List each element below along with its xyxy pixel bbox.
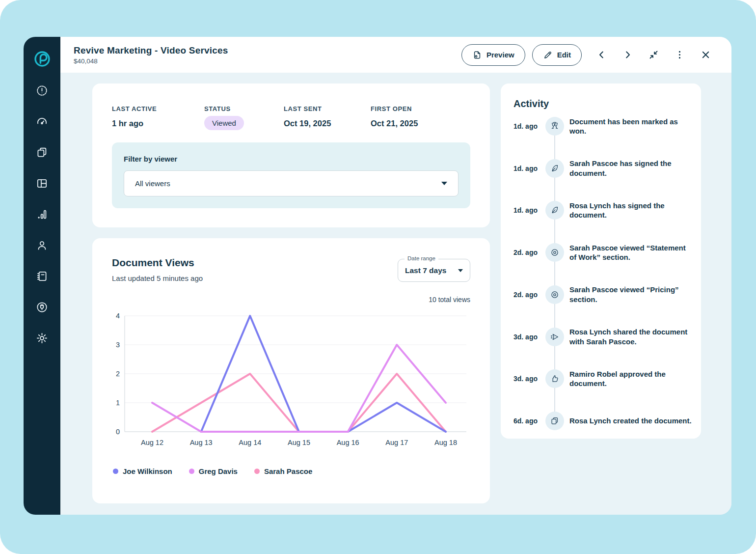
sidebar-item-documents[interactable]	[35, 145, 50, 160]
close-button[interactable]	[699, 49, 712, 61]
eye-icon	[545, 285, 564, 304]
sidebar-item-status-badge[interactable]	[35, 83, 50, 98]
svg-text:Aug 14: Aug 14	[239, 439, 261, 446]
activity-text: Ramiro Robel approved the document.	[569, 369, 693, 388]
sidebar-item-integrations[interactable]	[35, 300, 50, 314]
activity-text: Document has been marked as won.	[569, 117, 693, 136]
legend-dot	[189, 469, 194, 474]
eye-icon	[545, 243, 564, 262]
speedometer-icon	[35, 115, 49, 128]
activity-text: Sarah Pascoe viewed “Pricing” section.	[569, 285, 693, 304]
activity-item: 1d. agoSarah Pascoe has signed the docum…	[501, 159, 701, 178]
series-line-greg-davis	[152, 345, 446, 432]
stat-last-active: LAST ACTIVE1 hr ago	[112, 105, 204, 130]
total-views-label: 10 total views	[429, 296, 470, 304]
edit-button[interactable]: Edit	[532, 44, 582, 66]
layout-table-icon	[35, 177, 49, 190]
activity-item: 3d. agoRamiro Robel approved the documen…	[501, 369, 701, 388]
svg-text:3: 3	[116, 341, 120, 349]
document-preview-icon	[472, 50, 482, 60]
activity-item: 6d. agoRosa Lynch created the document.	[501, 412, 701, 430]
copy-doc-icon	[545, 412, 564, 430]
svg-text:Aug 12: Aug 12	[141, 439, 163, 446]
preview-button[interactable]: Preview	[461, 44, 525, 66]
bar-chart-icon	[35, 208, 49, 221]
chevron-right-icon	[622, 50, 633, 60]
back-button[interactable]	[595, 49, 608, 61]
legend-label: Joe Wilkinson	[123, 467, 172, 475]
sidebar-item-catalog[interactable]	[35, 269, 50, 283]
activity-item: 1d. agoRosa Lynch has signed the documen…	[501, 201, 701, 220]
sidebar-nav	[35, 83, 50, 345]
activity-time: 2d. ago	[513, 291, 538, 299]
header-toolbar: Preview Edit	[461, 44, 712, 66]
sidebar-item-settings[interactable]	[35, 331, 50, 345]
document-views-chart: 01234Aug 12Aug 13Aug 14Aug 15Aug 16Aug 1…	[110, 312, 472, 457]
svg-text:Aug 15: Aug 15	[288, 439, 310, 446]
activity-text: Sarah Pascoe viewed “Statement of Work” …	[569, 243, 693, 262]
stat-first-open: FIRST OPENOct 21, 2025	[371, 105, 418, 130]
activity-text: Rosa Lynch has signed the document.	[569, 201, 693, 220]
legend-item-joe-wilkinson: Joe Wilkinson	[113, 467, 172, 475]
stat-value: Oct 21, 2025	[371, 119, 418, 128]
svg-text:4: 4	[116, 312, 120, 320]
chevron-left-icon	[596, 50, 607, 60]
sidebar-item-dashboard[interactable]	[35, 114, 50, 129]
stat-label: STATUS	[204, 105, 284, 112]
main-area: LAST ACTIVE1 hr agoSTATUSViewedLAST SENT…	[60, 73, 731, 515]
svg-text:Aug 18: Aug 18	[434, 439, 457, 446]
badge-alert-icon	[35, 84, 49, 97]
svg-text:2: 2	[116, 370, 120, 378]
viewer-filter-value: All viewers	[135, 179, 170, 188]
svg-text:Aug 17: Aug 17	[385, 439, 408, 446]
collapse-button[interactable]	[647, 49, 660, 61]
legend-label: Sarah Pascoe	[264, 467, 312, 475]
document-views-card: Document Views Last updated 5 minutes ag…	[92, 238, 490, 503]
svg-text:1: 1	[116, 399, 120, 407]
send-icon	[545, 328, 564, 346]
activity-item: 2d. agoSarah Pascoe viewed “Statement of…	[501, 243, 701, 262]
kebab-menu-icon	[675, 50, 685, 60]
stat-value: Oct 19, 2025	[284, 119, 371, 128]
status-badge: Viewed	[204, 116, 244, 130]
activity-card: Activity 1d. agoDocument has been marked…	[501, 83, 701, 439]
sidebar-item-reports[interactable]	[35, 207, 50, 222]
desktop-background: Revive Marketing - Video Services $40,04…	[0, 0, 756, 554]
chart-legend: Joe WilkinsonGreg DavisSarah Pascoe	[113, 467, 312, 475]
content-column: Revive Marketing - Video Services $40,04…	[60, 37, 731, 515]
activity-time: 2d. ago	[513, 249, 538, 256]
activity-text: Rosa Lynch created the document.	[569, 416, 693, 426]
legend-item-greg-davis: Greg Davis	[189, 467, 238, 475]
viewer-filter-select[interactable]: All viewers	[124, 170, 459, 196]
cheers-icon	[545, 117, 564, 136]
thumbs-up-icon	[545, 369, 564, 388]
stat-status: STATUSViewed	[204, 105, 284, 130]
activity-time: 3d. ago	[513, 333, 538, 341]
sidebar-item-templates[interactable]	[35, 176, 50, 191]
activity-time: 3d. ago	[513, 375, 538, 383]
more-options-button[interactable]	[673, 49, 686, 61]
sidebar-item-contacts[interactable]	[35, 238, 50, 252]
activity-time: 1d. ago	[513, 206, 538, 214]
collapse-arrows-icon	[648, 50, 659, 60]
activity-text: Sarah Pascoe has signed the document.	[569, 159, 693, 178]
stat-label: LAST SENT	[284, 105, 371, 112]
chevron-down-icon	[458, 269, 463, 272]
edit-button-label: Edit	[557, 51, 571, 59]
activity-item: 3d. agoRosa Lynch shared the document wi…	[501, 328, 701, 346]
svg-text:Aug 13: Aug 13	[190, 439, 213, 446]
filter-panel: Filter by viewer All viewers	[112, 142, 470, 208]
document-title: Revive Marketing - Video Services	[74, 45, 228, 56]
document-value: $40,048	[74, 57, 228, 65]
stat-value: 1 hr ago	[112, 119, 204, 128]
activity-item: 1d. agoDocument has been marked as won.	[501, 117, 701, 136]
notebook-icon	[35, 270, 49, 283]
date-range-select[interactable]: Date range Last 7 days	[398, 259, 470, 282]
pencil-icon	[543, 50, 553, 60]
legend-item-sarah-pascoe: Sarah Pascoe	[254, 467, 312, 475]
forward-button[interactable]	[621, 49, 634, 61]
activity-time: 1d. ago	[513, 165, 538, 172]
document-header: Revive Marketing - Video Services $40,04…	[60, 37, 731, 73]
stat-label: FIRST OPEN	[371, 105, 418, 112]
person-icon	[35, 239, 49, 252]
